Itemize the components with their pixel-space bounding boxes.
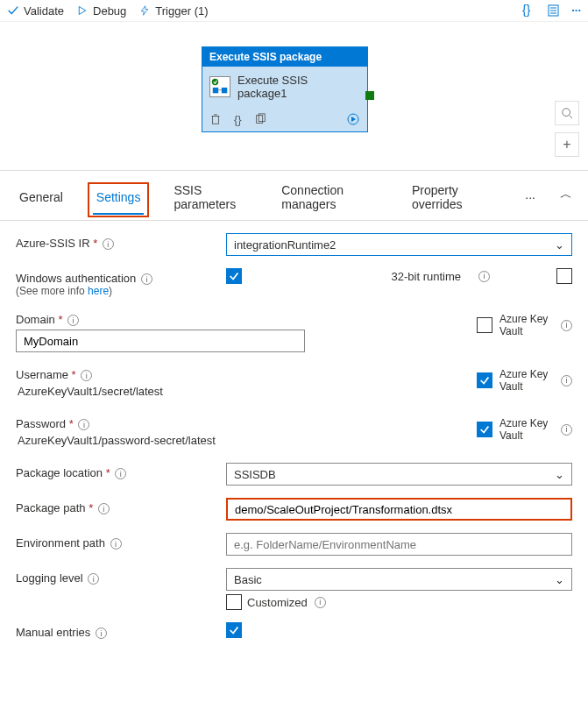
package-location-select[interactable]: SSISDB ⌄: [226, 463, 572, 486]
check-icon: [7, 4, 19, 17]
success-connector[interactable]: [365, 91, 374, 100]
delete-icon[interactable]: [209, 113, 222, 125]
collapse-panel[interactable]: ︿: [560, 187, 572, 211]
row-win-auth: Windows authentication i (See more info …: [16, 268, 572, 297]
run-icon[interactable]: [346, 112, 360, 126]
row-manual-entries: Manual entries i: [16, 622, 572, 639]
runtime32-checkbox[interactable]: [556, 268, 572, 284]
tab-general[interactable]: General: [16, 185, 67, 213]
copy-icon[interactable]: [254, 113, 266, 125]
activity-node-title: Execute SSIS package1: [237, 74, 360, 100]
braces-icon[interactable]: {}: [522, 4, 536, 18]
info-icon[interactable]: i: [561, 320, 572, 331]
info-icon[interactable]: i: [81, 370, 92, 381]
row-package-location: Package location * i SSISDB ⌄: [16, 463, 572, 486]
info-icon[interactable]: i: [315, 597, 326, 608]
logging-level-label: Logging level: [16, 571, 83, 585]
svg-text:{}: {}: [522, 4, 531, 17]
chevron-down-icon: ⌄: [555, 238, 564, 252]
trigger-label: Trigger (1): [155, 4, 208, 18]
domain-input[interactable]: [16, 330, 305, 352]
info-icon[interactable]: i: [110, 538, 122, 550]
logging-level-select[interactable]: Basic ⌄: [226, 568, 572, 591]
azure-ssis-ir-label: Azure-SSIS IR: [16, 237, 90, 250]
row-domain: Domain * i Azure Key Vault i: [16, 309, 572, 352]
validate-button[interactable]: Validate: [7, 4, 64, 18]
info-icon[interactable]: i: [67, 315, 79, 326]
domain-label: Domain: [16, 313, 55, 326]
debug-button[interactable]: Debug: [76, 4, 126, 18]
debug-label: Debug: [93, 4, 126, 18]
activity-node-footer: {}: [202, 107, 367, 131]
chevron-down-icon: ⌄: [555, 573, 564, 586]
username-value: AzureKeyVault1/secret/latest: [16, 381, 477, 401]
info-icon[interactable]: i: [88, 573, 99, 585]
pipeline-canvas[interactable]: Execute SSIS package Execute SSIS packag…: [0, 22, 588, 171]
trigger-button[interactable]: Trigger (1): [138, 4, 208, 18]
info-icon[interactable]: i: [561, 424, 572, 436]
username-akv-checkbox[interactable]: [477, 372, 492, 388]
row-package-path: Package path * i: [16, 498, 572, 521]
row-password: Password * i AzureKeyVault1/password-sec…: [16, 414, 572, 450]
info-icon[interactable]: i: [561, 375, 572, 386]
manual-entries-checkbox[interactable]: [226, 622, 242, 638]
svg-rect-7: [222, 88, 227, 93]
package-location-value: SSISDB: [234, 468, 276, 481]
customized-checkbox[interactable]: [226, 594, 242, 610]
tab-more[interactable]: ···: [521, 185, 539, 213]
svg-point-15: [563, 109, 570, 117]
chevron-down-icon: ⌄: [555, 468, 564, 481]
settings-panel: Azure-SSIS IR * i integrationRuntime2 ⌄ …: [0, 221, 588, 669]
play-icon: [76, 4, 89, 17]
info-icon[interactable]: i: [478, 271, 490, 282]
row-environment-path: Environment path i: [16, 533, 572, 556]
azure-ssis-ir-select[interactable]: integrationRuntime2 ⌄: [226, 233, 572, 256]
activity-node-body: Execute SSIS package1: [202, 67, 367, 107]
ssis-icon: [209, 76, 230, 97]
azure-ssis-ir-value: integrationRuntime2: [234, 238, 336, 252]
add-button[interactable]: +: [555, 132, 579, 157]
password-akv-checkbox[interactable]: [477, 422, 492, 437]
username-akv-label: Azure Key Vault: [499, 368, 552, 393]
properties-icon[interactable]: [547, 4, 561, 18]
domain-akv-checkbox[interactable]: [477, 317, 492, 333]
code-icon[interactable]: {}: [234, 113, 242, 126]
bolt-icon: [138, 4, 151, 17]
activity-node-header: Execute SSIS package: [202, 47, 367, 67]
tab-connection-managers[interactable]: Connection managers: [278, 178, 387, 220]
activity-node[interactable]: Execute SSIS package Execute SSIS packag…: [202, 46, 368, 132]
package-path-label: Package path: [16, 501, 86, 514]
win-auth-label: Windows authentication: [16, 272, 136, 285]
win-auth-checkbox[interactable]: [226, 268, 242, 284]
row-azure-ssis-ir: Azure-SSIS IR * i integrationRuntime2 ⌄: [16, 233, 572, 256]
logging-level-value: Basic: [234, 573, 262, 586]
svg-rect-9: [213, 117, 219, 124]
password-akv-label: Azure Key Vault: [499, 417, 552, 442]
win-auth-link[interactable]: here: [88, 285, 109, 297]
row-username: Username * i AzureKeyVault1/secret/lates…: [16, 365, 572, 401]
username-label: Username: [16, 368, 68, 381]
tab-ssis-parameters[interactable]: SSIS parameters: [170, 178, 257, 220]
package-location-label: Package location: [16, 466, 103, 479]
canvas-side-buttons: +: [555, 101, 579, 157]
manual-entries-label: Manual entries: [16, 626, 90, 639]
environment-path-label: Environment path: [16, 536, 105, 550]
password-label: Password: [16, 417, 66, 430]
info-icon[interactable]: i: [103, 238, 114, 250]
info-icon[interactable]: i: [115, 468, 126, 479]
environment-path-input[interactable]: [226, 533, 572, 556]
row-logging-level: Logging level i Basic ⌄ Customized i: [16, 568, 572, 610]
info-icon[interactable]: i: [141, 273, 152, 285]
more-icon[interactable]: ···: [571, 4, 581, 18]
info-icon[interactable]: i: [78, 419, 89, 430]
info-icon[interactable]: i: [98, 503, 110, 514]
tab-property-overrides[interactable]: Property overrides: [408, 178, 500, 220]
tab-settings[interactable]: Settings: [93, 185, 145, 215]
pipeline-toolbar: Validate Debug Trigger (1) {} ···: [0, 0, 588, 22]
search-button[interactable]: [555, 101, 579, 125]
package-path-input[interactable]: [226, 498, 572, 521]
svg-rect-6: [213, 88, 218, 93]
info-icon[interactable]: i: [96, 628, 107, 639]
runtime32-label: 32-bit runtime: [392, 270, 461, 283]
customized-label: Customized: [247, 596, 308, 609]
